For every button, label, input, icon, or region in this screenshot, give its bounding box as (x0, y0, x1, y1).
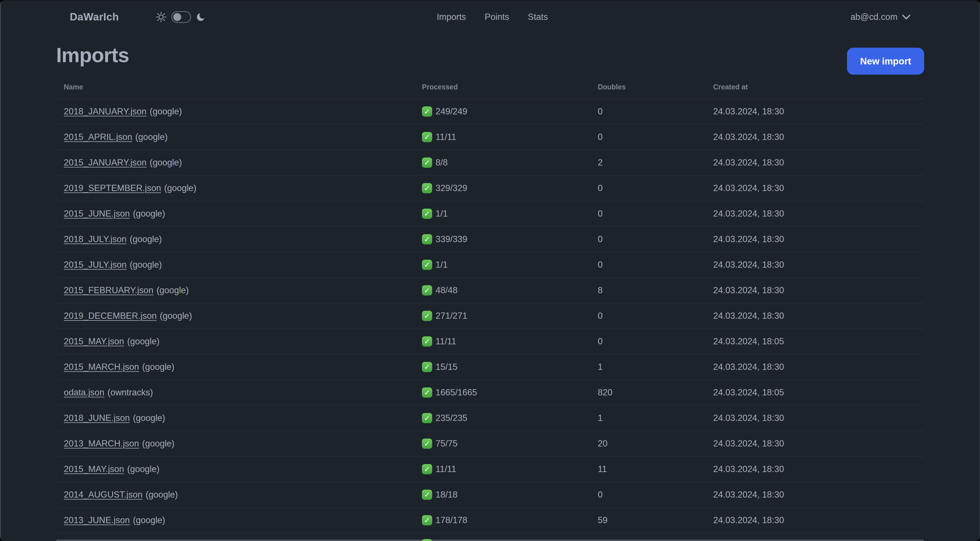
processed-count: 329/329 (436, 183, 467, 193)
processed-count: 235/235 (436, 413, 467, 423)
created-at: 24.03.2024, 18:05 (713, 336, 924, 346)
table-row: 2013_JUNE.json(google) ✓ 178/178 59 24.0… (56, 508, 924, 533)
table-row: 2015_JULY.json(google) ✓ 1/1 0 24.03.202… (56, 252, 924, 278)
processed-cell: ✓ 235/235 (422, 413, 598, 423)
processed-cell: ✓ 75/75 (422, 439, 598, 449)
nav-points[interactable]: Points (485, 12, 509, 22)
import-file-link[interactable]: 2018_JULY.json (64, 234, 126, 244)
new-import-button[interactable]: New import (847, 48, 924, 75)
import-file-link[interactable]: 2018_JUNE.json (64, 413, 130, 423)
created-at: 24.03.2024, 18:30 (713, 260, 924, 270)
name-cell: 2013_MARCH.json(google) (64, 439, 422, 449)
processed-cell: ✓ 15/15 (422, 362, 598, 372)
theme-toggle-switch[interactable] (171, 11, 191, 23)
processed-count: 18/18 (436, 490, 458, 500)
doubles-count: 8 (598, 285, 713, 295)
import-source: (google) (164, 183, 197, 193)
processed-cell: ✓ 1/1 (422, 260, 598, 270)
doubles-count: 1 (598, 413, 713, 423)
import-source: (google) (130, 260, 162, 270)
import-file-link[interactable]: 2018_JANUARY.json (64, 107, 146, 116)
import-source: (google) (133, 209, 165, 219)
import-file-link[interactable]: 2015_FEBRUARY.json (64, 285, 153, 295)
processed-cell: ✓ 271/271 (422, 311, 598, 321)
check-icon: ✓ (422, 413, 432, 423)
import-file-link[interactable]: 2015_JUNE.json (64, 209, 130, 219)
check-icon: ✓ (422, 388, 432, 398)
processed-cell: ✓ 329/329 (422, 183, 598, 193)
nav-stats[interactable]: Stats (528, 12, 548, 22)
nav-imports[interactable]: Imports (437, 12, 466, 22)
column-header-processed: Processed (422, 83, 598, 91)
import-file-link[interactable]: 2015_JULY.json (64, 260, 126, 270)
doubles-count: 0 (598, 311, 713, 321)
doubles-count: 0 (598, 183, 713, 193)
name-cell: 2019_SEPTEMBER.json(google) (64, 183, 422, 193)
import-source: (google) (133, 413, 165, 423)
import-file-link[interactable]: 2015_MAY.json (64, 336, 124, 346)
processed-count: 11/11 (436, 336, 456, 346)
import-source: (google) (150, 158, 182, 168)
doubles-count: 2 (598, 158, 713, 168)
name-cell: 2015_FEBRUARY.json(google) (64, 285, 422, 295)
created-at: 24.03.2024, 18:30 (713, 132, 924, 142)
check-icon: ✓ (422, 539, 432, 541)
import-source: (google) (150, 107, 182, 116)
created-at: 24.03.2024, 18:30 (713, 209, 924, 219)
import-file-link[interactable]: 2015_MARCH.json (64, 362, 139, 372)
app-logo[interactable]: DaWarIch (70, 1, 119, 33)
processed-cell: ✓ 18/18 (422, 490, 598, 500)
created-at: 24.03.2024, 18:30 (713, 183, 924, 193)
import-file-link[interactable]: 2019_SEPTEMBER.json (64, 183, 161, 193)
imports-table: Name Processed Doubles Created at 2018_J… (56, 75, 924, 541)
processed-count: 75/75 (436, 439, 458, 449)
import-file-link[interactable]: 2013_MARCH.json (64, 439, 139, 448)
import-file-link[interactable]: 2015_MAY.json (64, 464, 124, 474)
app-window: DaWarIch (0, 0, 980, 541)
table-row: 2014_AUGUST.json(google) ✓ 18/18 0 24.03… (56, 482, 924, 508)
processed-cell: ✓ 249/249 (422, 107, 598, 116)
created-at: 24.03.2024, 18:30 (713, 439, 924, 449)
import-source: (google) (135, 132, 168, 142)
import-file-link[interactable]: 2013_JUNE.json (64, 515, 130, 525)
check-icon: ✓ (422, 311, 432, 321)
table-row: odata.json(owntracks) ✓ 1665/1665 820 24… (56, 380, 924, 405)
table-row: 2018_JANUARY.json(google) ✓ 249/249 0 24… (56, 99, 924, 124)
processed-count: 11/11 (436, 132, 456, 142)
import-file-link[interactable]: 2015_APRIL.json (64, 132, 132, 142)
import-file-link[interactable]: 2014_AUGUST.json (64, 490, 142, 500)
created-at: 24.03.2024, 18:30 (713, 234, 924, 244)
name-cell: 2015_JANUARY.json(google) (64, 158, 422, 168)
name-cell: 2014_AUGUST.json(google) (64, 490, 422, 500)
created-at: 24.03.2024, 18:30 (713, 107, 924, 116)
check-icon: ✓ (422, 336, 432, 346)
horizontal-scrollbar[interactable] (56, 539, 924, 541)
created-at: 24.03.2024, 18:05 (713, 388, 924, 398)
processed-cell: ✓ 48/48 (422, 285, 598, 295)
processed-count: 1/1 (436, 260, 448, 270)
doubles-count: 20 (598, 439, 713, 449)
import-file-link[interactable]: 2015_JANUARY.json (64, 158, 146, 168)
import-file-link[interactable]: 2019_DECEMBER.json (64, 311, 156, 321)
created-at: 24.03.2024, 18:30 (713, 285, 924, 295)
name-cell: 2015_APRIL.json(google) (64, 132, 422, 142)
created-at: 24.03.2024, 18:30 (713, 464, 924, 474)
import-file-link[interactable]: odata.json (64, 388, 104, 397)
import-source: (google) (142, 362, 174, 372)
processed-count: 11/11 (436, 464, 456, 474)
theme-toggle-group (155, 1, 207, 33)
doubles-count: 0 (598, 107, 713, 116)
check-icon: ✓ (422, 515, 432, 525)
processed-cell: ✓ 11/11 (422, 132, 598, 142)
processed-cell: ✓ 178/178 (422, 515, 598, 525)
created-at: 24.03.2024, 18:30 (713, 413, 924, 423)
user-menu[interactable]: ab@cd.com (850, 1, 911, 33)
import-source: (google) (133, 515, 165, 525)
name-cell: 2015_JULY.json(google) (64, 260, 422, 270)
check-icon: ✓ (422, 209, 432, 219)
doubles-count: 59 (598, 515, 713, 525)
check-icon: ✓ (422, 132, 432, 142)
doubles-count: 0 (598, 132, 713, 142)
name-cell: 2018_JANUARY.json(google) (64, 107, 422, 116)
processed-cell: ✓ 1/1 (422, 209, 598, 219)
